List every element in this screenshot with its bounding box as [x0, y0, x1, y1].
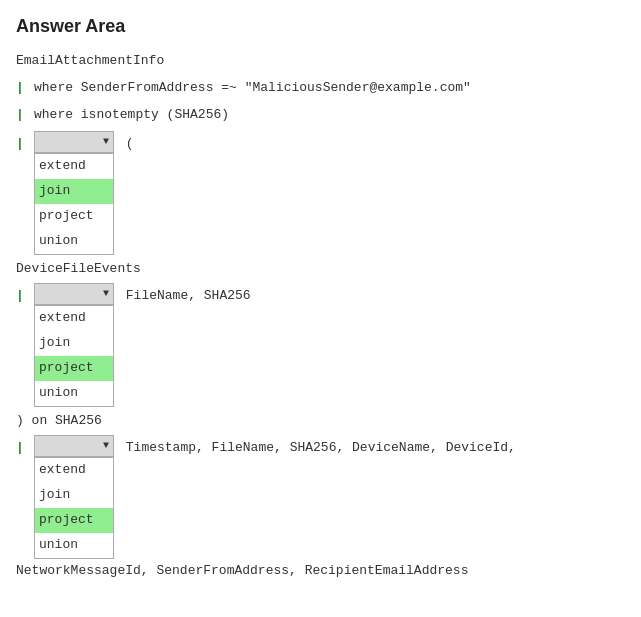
line-dropdown-1: | ▼ extend join project union (: [16, 131, 625, 254]
dropdown-3-item-union[interactable]: union: [35, 533, 113, 558]
line-where-isnotempty: | where isnotempty (SHA256): [16, 105, 625, 126]
dropdown-2-selected[interactable]: ▼: [34, 283, 114, 305]
line-network-message: NetworkMessageId, SenderFromAddress, Rec…: [16, 561, 625, 582]
dropdown-2-container[interactable]: ▼ extend join project union: [34, 283, 114, 406]
dropdown-1-arrow: ▼: [103, 134, 109, 150]
answer-area: EmailAttachmentInfo | where SenderFromAd…: [16, 51, 625, 581]
dropdown-3-item-extend[interactable]: extend: [35, 458, 113, 483]
pipe-1: |: [16, 78, 26, 99]
dropdown-3-selected[interactable]: ▼: [34, 435, 114, 457]
text-after-dd3: Timestamp, FileName, SHA256, DeviceName,…: [118, 438, 516, 459]
dropdown-2-arrow: ▼: [103, 286, 109, 302]
dropdown-1-item-union[interactable]: union: [35, 229, 113, 254]
line-dropdown-3: | ▼ extend join project union Timestamp,…: [16, 435, 625, 558]
dropdown-2-item-project[interactable]: project: [35, 356, 113, 381]
pipe-4: |: [16, 286, 26, 307]
dropdown-2-item-union[interactable]: union: [35, 381, 113, 406]
page-title: Answer Area: [16, 16, 625, 37]
dropdown-3-item-project[interactable]: project: [35, 508, 113, 533]
pipe-5: |: [16, 438, 26, 459]
dropdown-1-item-join[interactable]: join: [35, 179, 113, 204]
line-dropdown-2: | ▼ extend join project union FileName, …: [16, 283, 625, 406]
dropdown-1-selected[interactable]: ▼: [34, 131, 114, 153]
dropdown-1-item-extend[interactable]: extend: [35, 154, 113, 179]
line-device-file-events: DeviceFileEvents: [16, 259, 625, 280]
dropdown-1-container[interactable]: ▼ extend join project union: [34, 131, 114, 254]
dropdown-1-list: extend join project union: [34, 153, 114, 254]
text-device-file-events: DeviceFileEvents: [16, 259, 141, 280]
text-after-dd2: FileName, SHA256: [118, 286, 251, 307]
dropdown-2-item-extend[interactable]: extend: [35, 306, 113, 331]
dropdown-1-item-project[interactable]: project: [35, 204, 113, 229]
dropdown-3-container[interactable]: ▼ extend join project union: [34, 435, 114, 558]
text-network-message: NetworkMessageId, SenderFromAddress, Rec…: [16, 561, 468, 582]
text-on-sha256: ) on SHA256: [16, 411, 102, 432]
dropdown-2-item-join[interactable]: join: [35, 331, 113, 356]
dropdown-3-arrow: ▼: [103, 438, 109, 454]
line-on-sha256: ) on SHA256: [16, 411, 625, 432]
pipe-3: |: [16, 134, 26, 155]
line-email-attachment-info: EmailAttachmentInfo: [16, 51, 625, 72]
pipe-2: |: [16, 105, 26, 126]
dropdown-3-item-join[interactable]: join: [35, 483, 113, 508]
text-where-isnotempty: where isnotempty (SHA256): [34, 105, 229, 126]
text-where-sender: where SenderFromAddress =~ "MaliciousSen…: [34, 78, 471, 99]
dropdown-3-list: extend join project union: [34, 457, 114, 558]
line-where-sender: | where SenderFromAddress =~ "MaliciousS…: [16, 78, 625, 99]
text-after-dd1: (: [118, 134, 134, 155]
text-email-attachment-info: EmailAttachmentInfo: [16, 51, 164, 72]
dropdown-2-list: extend join project union: [34, 305, 114, 406]
